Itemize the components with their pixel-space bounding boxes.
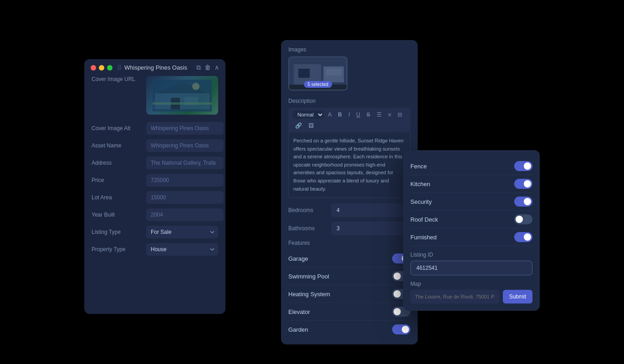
features-section: Features Garage Swimming Pool xyxy=(288,240,410,338)
description-text: Perched on a gentle hillside, Sunset Rid… xyxy=(293,138,404,192)
images-section: Images 5 s xyxy=(288,46,410,91)
roof-deck-label: Roof Deck xyxy=(410,216,438,223)
cover-alt-input[interactable] xyxy=(146,122,224,135)
swimming-pool-label: Swimming Pool xyxy=(288,273,329,280)
kitchen-label: Kitchen xyxy=(410,181,430,187)
house-image-svg xyxy=(153,80,212,111)
lot-area-row: Lot Area xyxy=(92,191,218,204)
trash-icon[interactable]: 🗑 xyxy=(205,64,211,71)
map-input[interactable] xyxy=(410,290,499,303)
garden-label: Garden xyxy=(288,326,308,333)
fence-toggle[interactable] xyxy=(514,161,532,171)
listing-id-input[interactable] xyxy=(410,261,532,275)
drag-handle-icon: ⠿ xyxy=(117,64,122,71)
form-container: Cover Image Alt Asset Name Address Price… xyxy=(84,117,225,269)
property-type-label: Property Type xyxy=(92,246,142,253)
map-section: Map Submit xyxy=(410,281,532,303)
minimize-button[interactable] xyxy=(99,65,104,71)
middle-content: Images 5 s xyxy=(281,40,418,344)
cover-image xyxy=(146,76,218,115)
elevator-label: Elevator xyxy=(288,308,310,315)
fence-row: Fence xyxy=(410,157,532,175)
title-bar: ⠿ Whispering Pines Oasis ⧉ 🗑 ∧ xyxy=(84,59,225,76)
lot-area-input[interactable] xyxy=(146,191,224,204)
image-btn[interactable]: 🖼 xyxy=(306,121,316,130)
editor-toolbar: Normal A B I U S ☰ ≡ ⊟ 🔗 🖼 xyxy=(288,108,410,132)
close-button[interactable] xyxy=(91,65,96,71)
italic-btn[interactable]: I xyxy=(346,111,352,119)
listing-type-select[interactable]: For Sale For Rent xyxy=(146,226,218,238)
bedrooms-row: Bedrooms xyxy=(288,203,410,217)
strikethrough-btn[interactable]: S xyxy=(364,111,373,119)
cover-alt-row: Cover Image Alt xyxy=(92,122,218,135)
feature-elevator: Elevator xyxy=(288,303,410,321)
description-label: Description xyxy=(288,98,410,104)
security-row: Security xyxy=(410,193,532,211)
svg-rect-11 xyxy=(326,69,342,76)
property-type-select[interactable]: House Apartment Condo xyxy=(146,243,218,256)
selected-badge: 5 selected xyxy=(304,81,332,88)
copy-icon[interactable]: ⧉ xyxy=(196,64,201,71)
listing-type-row: Listing Type For Sale For Rent xyxy=(92,226,218,238)
price-label: Price xyxy=(92,177,142,183)
middle-panel: Images 5 s xyxy=(281,40,418,344)
furnished-toggle[interactable] xyxy=(514,232,532,242)
price-input[interactable] xyxy=(146,174,224,187)
asset-name-label: Asset Name xyxy=(92,142,142,149)
svg-rect-1 xyxy=(155,93,210,109)
maximize-button[interactable] xyxy=(107,65,113,71)
listing-id-label: Listing ID xyxy=(410,252,532,258)
image-thumbnail[interactable]: 5 selected xyxy=(288,56,348,91)
bedrooms-label: Bedrooms xyxy=(288,207,326,213)
roof-deck-toggle[interactable] xyxy=(514,214,532,224)
asset-name-input[interactable] xyxy=(146,139,224,152)
svg-rect-5 xyxy=(153,102,212,105)
ordered-list-btn[interactable]: ≡ xyxy=(386,111,394,119)
traffic-lights xyxy=(91,65,113,71)
feature-garage: Garage xyxy=(288,250,410,268)
garage-label: Garage xyxy=(288,255,308,262)
address-label: Address xyxy=(92,160,142,166)
garden-toggle[interactable] xyxy=(392,324,410,334)
underline-btn[interactable]: U xyxy=(354,111,363,119)
heating-system-label: Heating System xyxy=(288,291,330,298)
right-panel: Fence Kitchen Security Roof Deck xyxy=(403,150,540,311)
security-toggle[interactable] xyxy=(514,197,532,207)
svg-rect-10 xyxy=(298,69,310,78)
submit-button[interactable]: Submit xyxy=(503,290,532,303)
images-row: 5 selected xyxy=(288,56,410,91)
security-label: Security xyxy=(410,198,432,205)
images-label: Images xyxy=(288,46,410,53)
year-built-input[interactable] xyxy=(146,208,224,221)
bullet-list-btn[interactable]: ☰ xyxy=(374,111,384,119)
editor-content[interactable]: Perched on a gentle hillside, Sunset Rid… xyxy=(288,132,410,198)
furnished-row: Furnished xyxy=(410,228,532,246)
price-row: Price xyxy=(92,174,218,187)
year-built-row: Year Built xyxy=(92,208,218,221)
panel-title: Whispering Pines Oasis xyxy=(124,64,196,71)
feature-garden: Garden xyxy=(288,321,410,338)
feature-heating-system: Heating System xyxy=(288,285,410,303)
fence-label: Fence xyxy=(410,163,427,170)
lot-area-label: Lot Area xyxy=(92,194,142,201)
font-color-btn[interactable]: A xyxy=(326,111,334,119)
svg-point-6 xyxy=(192,83,199,90)
link-btn[interactable]: 🔗 xyxy=(293,121,304,130)
year-built-label: Year Built xyxy=(92,212,142,218)
bedrooms-input[interactable] xyxy=(331,203,410,217)
listing-type-label: Listing Type xyxy=(92,229,142,235)
asset-name-row: Asset Name xyxy=(92,139,218,152)
description-section: Description Normal A B I U S ☰ ≡ ⊟ 🔗 🖼 xyxy=(288,98,410,198)
bold-btn[interactable]: B xyxy=(336,111,344,119)
roof-deck-row: Roof Deck xyxy=(410,211,532,228)
kitchen-row: Kitchen xyxy=(410,175,532,193)
left-panel: ⠿ Whispering Pines Oasis ⧉ 🗑 ∧ Cover Ima… xyxy=(84,59,225,314)
bathrooms-input[interactable] xyxy=(331,222,410,235)
features-label: Features xyxy=(288,240,410,246)
kitchen-toggle[interactable] xyxy=(514,179,532,189)
collapse-icon[interactable]: ∧ xyxy=(215,64,219,71)
address-input[interactable] xyxy=(146,157,224,169)
format-select[interactable]: Normal xyxy=(293,111,324,119)
align-btn[interactable]: ⊟ xyxy=(395,111,404,119)
listing-id-section: Listing ID xyxy=(410,252,532,275)
